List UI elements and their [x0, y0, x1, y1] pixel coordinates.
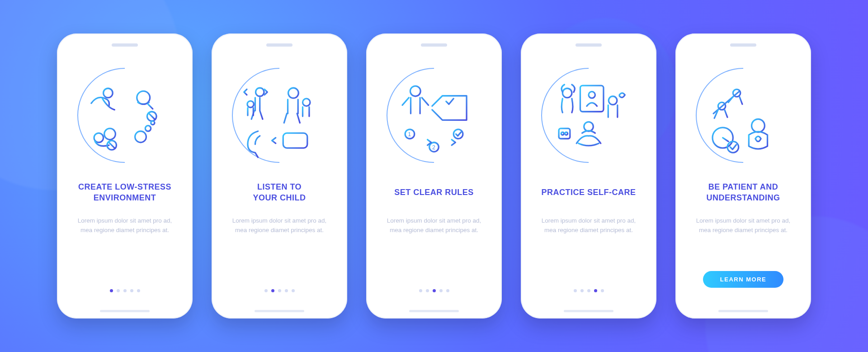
screen-heading: LISTEN TO YOUR CHILD	[250, 181, 309, 204]
screen-body: Lorem ipsum dolor sit amet pro ad, mea r…	[690, 216, 797, 245]
page-dots	[419, 289, 449, 302]
svg-point-29	[453, 129, 463, 139]
page-dots	[574, 289, 604, 302]
dot[interactable]	[439, 289, 443, 292]
svg-point-10	[145, 126, 151, 131]
dot[interactable]	[446, 289, 449, 292]
svg-text:1: 1	[408, 131, 411, 138]
screen-heading: PRACTICE SELF-CARE	[538, 181, 638, 204]
svg-point-44	[752, 119, 765, 132]
page-dots	[110, 289, 140, 302]
svg-point-13	[247, 101, 254, 107]
svg-point-33	[562, 88, 572, 98]
svg-point-16	[288, 88, 299, 98]
svg-rect-18	[283, 133, 307, 148]
screen-body: Lorem ipsum dolor sit amet pro ad, mea r…	[71, 216, 178, 245]
dot[interactable]	[292, 289, 295, 292]
svg-point-40	[565, 132, 567, 135]
page-dots	[264, 289, 295, 302]
dot[interactable]	[587, 289, 590, 292]
svg-point-36	[609, 96, 617, 105]
dot[interactable]	[419, 289, 422, 292]
svg-line-2	[148, 104, 153, 109]
phone-row: CREATE LOW-STRESS ENVIRONMENT Lorem ipsu…	[57, 33, 811, 319]
onboarding-screen-3: 1 2 SET CLEAR RULES Lorem ipsum dolor si…	[366, 33, 502, 319]
dot[interactable]	[433, 289, 436, 292]
svg-point-35	[589, 91, 595, 98]
self-care-icon	[522, 48, 656, 183]
dot[interactable]	[278, 289, 281, 292]
svg-line-47	[723, 138, 728, 141]
onboarding-screen-5: BE PATIENT AND UNDERSTANDING Lorem ipsum…	[675, 33, 811, 319]
svg-text:2: 2	[432, 144, 435, 151]
screen-heading: CREATE LOW-STRESS ENVIRONMENT	[75, 181, 174, 204]
dot[interactable]	[137, 289, 140, 292]
svg-point-0	[104, 88, 113, 98]
screen-body: Lorem ipsum dolor sit amet pro ad, mea r…	[381, 216, 487, 245]
screen-heading: BE PATIENT AND UNDERSTANDING	[703, 181, 783, 204]
svg-point-5	[104, 128, 116, 140]
dot[interactable]	[264, 289, 268, 292]
clear-rules-icon: 1 2	[367, 48, 501, 183]
dot[interactable]	[594, 289, 597, 292]
dot[interactable]	[580, 289, 584, 292]
listen-child-icon	[212, 48, 347, 183]
onboarding-screen-1: CREATE LOW-STRESS ENVIRONMENT Lorem ipsu…	[57, 33, 193, 319]
dot[interactable]	[117, 289, 120, 292]
learn-more-button[interactable]: LEARN MORE	[703, 271, 783, 288]
dot[interactable]	[426, 289, 429, 292]
screen-body: Lorem ipsum dolor sit amet pro ad, mea r…	[535, 216, 642, 245]
dot[interactable]	[285, 289, 288, 292]
svg-point-17	[303, 99, 310, 106]
svg-point-11	[151, 121, 155, 124]
svg-point-39	[561, 132, 564, 135]
svg-point-37	[584, 122, 594, 131]
screen-heading: SET CLEAR RULES	[392, 181, 476, 204]
dot[interactable]	[271, 289, 274, 292]
patient-icon	[676, 48, 811, 183]
svg-line-4	[149, 113, 155, 119]
dot[interactable]	[130, 289, 133, 292]
onboarding-screen-4: PRACTICE SELF-CARE Lorem ipsum dolor sit…	[521, 33, 656, 319]
svg-point-48	[727, 142, 739, 153]
dot[interactable]	[601, 289, 604, 292]
screen-body: Lorem ipsum dolor sit amet pro ad, mea r…	[226, 216, 333, 245]
onboarding-screen-2: LISTEN TO YOUR CHILD Lorem ipsum dolor s…	[212, 33, 347, 319]
dot[interactable]	[574, 289, 577, 292]
dot[interactable]	[110, 289, 113, 292]
dot[interactable]	[123, 289, 127, 292]
low-stress-icon	[58, 48, 192, 183]
svg-point-21	[410, 86, 420, 96]
svg-point-9	[135, 131, 146, 143]
